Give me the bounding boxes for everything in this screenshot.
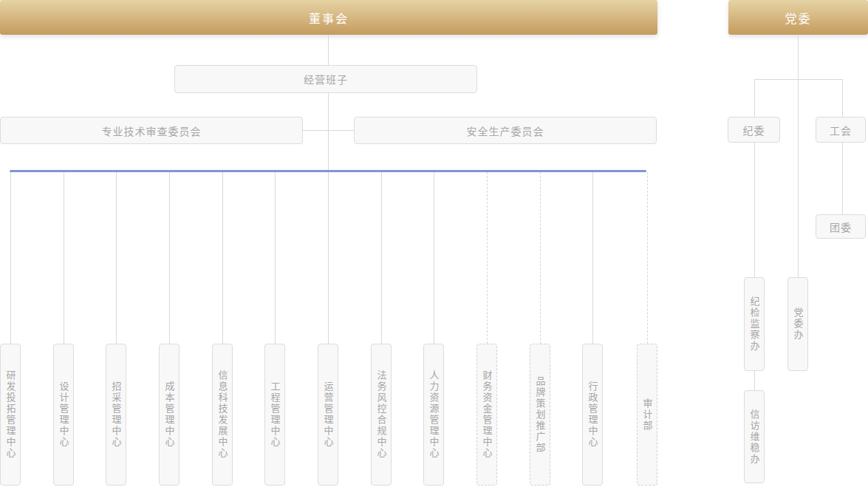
connector-dept bbox=[116, 172, 117, 344]
connector-board-management bbox=[328, 35, 329, 65]
dept-node-it: 信息科技发展中心 bbox=[212, 344, 233, 486]
dept-node-audit: 审计部 bbox=[637, 344, 657, 486]
connector-party-trunk bbox=[798, 35, 799, 79]
party-header-bar: 党委 bbox=[728, 0, 868, 35]
org-chart: 董事会 党委 经营班子 专业技术审查委员会 安全生产委员会 研发投拓管理中心 设… bbox=[0, 0, 868, 487]
connector-dept bbox=[64, 172, 64, 344]
connector-dept bbox=[222, 172, 223, 344]
connector-petition-office-drop bbox=[754, 371, 755, 390]
dept-label: 人力资源管理中心 bbox=[429, 370, 439, 459]
node-management-team: 经营班子 bbox=[174, 65, 477, 93]
connector-dept bbox=[328, 172, 329, 344]
connector-dept-dashed bbox=[487, 172, 488, 344]
dept-label: 信息科技发展中心 bbox=[218, 370, 228, 459]
dept-label: 法务风控合规中心 bbox=[377, 370, 386, 459]
node-petition-stability-office: 信访维稳办 bbox=[744, 390, 765, 483]
party-title: 党委 bbox=[785, 9, 811, 27]
board-header-bar: 董事会 bbox=[0, 0, 657, 35]
node-youth-league: 团委 bbox=[816, 214, 866, 239]
dept-node-engineering: 工程管理中心 bbox=[264, 344, 285, 486]
dept-label: 行政管理中心 bbox=[588, 381, 598, 448]
connector-dept-dashed bbox=[540, 172, 541, 344]
node-labor-union-label: 工会 bbox=[830, 123, 852, 137]
node-management-team-label: 经营班子 bbox=[304, 72, 348, 86]
connector-dept bbox=[381, 172, 382, 344]
node-party-committee-office: 党委办 bbox=[787, 277, 808, 371]
dept-node-operations: 运营管理中心 bbox=[318, 344, 338, 486]
connector-union-drop bbox=[842, 79, 843, 117]
connector-youth-league-drop bbox=[842, 143, 843, 214]
connector-management-trunk bbox=[328, 93, 329, 171]
node-safety-committee-label: 安全生产委员会 bbox=[467, 123, 544, 138]
dept-label: 品牌策划推广部 bbox=[536, 376, 545, 454]
connector-dept bbox=[592, 172, 593, 344]
node-labor-union: 工会 bbox=[816, 117, 866, 143]
dept-label: 财务资金管理中心 bbox=[482, 370, 492, 459]
node-petition-stability-office-label: 信访维稳办 bbox=[750, 409, 759, 465]
node-youth-league-label: 团委 bbox=[830, 219, 852, 234]
connector-dept bbox=[169, 172, 170, 344]
dept-node-cost: 成本管理中心 bbox=[159, 344, 180, 486]
connector-dept bbox=[275, 172, 276, 344]
connector-discipline-drop bbox=[754, 79, 755, 117]
connector-party-office-drop bbox=[798, 79, 799, 277]
dept-label: 成本管理中心 bbox=[165, 381, 174, 448]
connector-discipline-office-drop bbox=[754, 143, 755, 277]
node-discipline-committee: 纪委 bbox=[728, 117, 780, 143]
connector-committees bbox=[303, 130, 355, 131]
node-party-committee-office-label: 党委办 bbox=[793, 307, 803, 341]
dept-label: 审计部 bbox=[643, 398, 652, 432]
dept-node-brand: 品牌策划推广部 bbox=[530, 344, 550, 486]
dept-label: 运营管理中心 bbox=[324, 381, 333, 448]
dept-node-admin: 行政管理中心 bbox=[582, 344, 603, 486]
node-discipline-inspection-office: 纪检监察办 bbox=[744, 277, 765, 371]
dept-node-hr: 人力资源管理中心 bbox=[423, 344, 444, 486]
dept-label: 工程管理中心 bbox=[270, 381, 280, 448]
node-tech-review-committee-label: 专业技术审查委员会 bbox=[102, 123, 202, 138]
connector-dept-dashed bbox=[647, 172, 648, 344]
connector-dept bbox=[10, 172, 11, 344]
board-title: 董事会 bbox=[309, 9, 349, 27]
dept-node-rd-investment: 研发投拓管理中心 bbox=[0, 344, 21, 486]
dept-node-legal-risk: 法务风控合规中心 bbox=[371, 344, 392, 486]
dept-node-finance: 财务资金管理中心 bbox=[476, 344, 497, 486]
dept-label: 研发投拓管理中心 bbox=[6, 370, 16, 459]
dept-node-procurement: 招采管理中心 bbox=[106, 344, 126, 486]
dept-node-design: 设计管理中心 bbox=[53, 344, 74, 486]
connector-dept bbox=[434, 172, 434, 344]
dept-label: 招采管理中心 bbox=[112, 381, 121, 448]
node-tech-review-committee: 专业技术审查委员会 bbox=[0, 117, 303, 144]
dept-label: 设计管理中心 bbox=[59, 381, 69, 448]
node-discipline-inspection-office-label: 纪检监察办 bbox=[750, 296, 759, 352]
node-safety-committee: 安全生产委员会 bbox=[354, 117, 657, 144]
node-discipline-committee-label: 纪委 bbox=[743, 123, 765, 137]
